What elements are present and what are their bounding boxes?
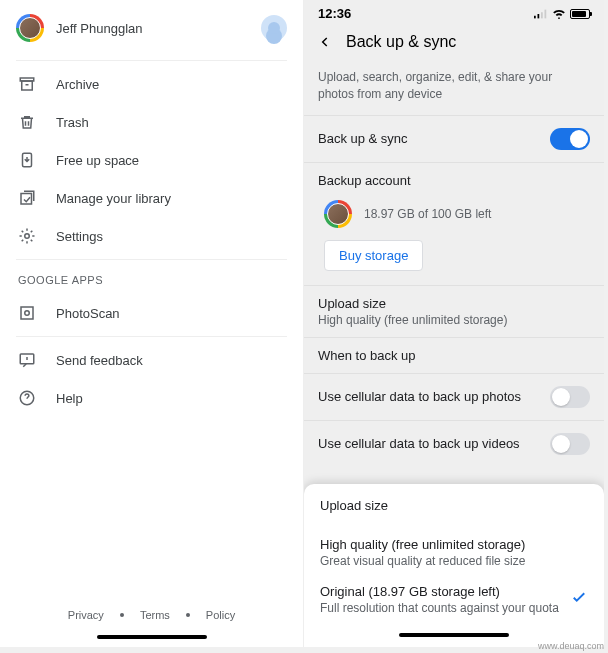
free-up-space-icon: [18, 151, 36, 169]
storage-text: 18.97 GB of 100 GB left: [364, 207, 491, 221]
svg-rect-11: [541, 12, 543, 18]
footer-terms[interactable]: Terms: [140, 609, 170, 621]
dot-icon: [186, 613, 190, 617]
backup-account-row[interactable]: 18.97 GB of 100 GB left: [318, 200, 590, 228]
menu-label: Help: [56, 391, 83, 406]
cellular-signal-icon: [534, 9, 548, 19]
backup-account-block: Backup account 18.97 GB of 100 GB left B…: [304, 162, 604, 285]
option-title: High quality (free unlimited storage): [320, 537, 588, 552]
menu-photoscan[interactable]: PhotoScan: [0, 294, 303, 332]
checkmark-icon: [570, 588, 588, 606]
menu-archive[interactable]: Archive: [0, 65, 303, 103]
menu-settings[interactable]: Settings: [0, 217, 303, 255]
sheet-option-high-quality[interactable]: High quality (free unlimited storage) Gr…: [320, 529, 588, 576]
menu-label: Manage your library: [56, 191, 171, 206]
svg-rect-12: [545, 9, 547, 18]
home-indicator[interactable]: [399, 633, 509, 637]
menu-send-feedback[interactable]: Send feedback: [0, 341, 303, 379]
row-backup-sync[interactable]: Back up & sync: [304, 115, 604, 162]
status-bar: 12:36: [304, 0, 604, 25]
row-when-to-back-up[interactable]: When to back up: [304, 337, 604, 373]
row-cellular-videos[interactable]: Use cellular data to back up videos: [304, 420, 604, 467]
wifi-icon: [552, 9, 566, 19]
menu-primary: Archive Trash Free up space Manage your …: [0, 65, 303, 255]
avatar: [324, 200, 352, 228]
status-time: 12:36: [318, 6, 351, 21]
settings-panel: 12:36 Back up & sync Upload, search, org…: [304, 0, 604, 647]
watermark: www.deuaq.com: [538, 641, 604, 651]
profile-row[interactable]: Jeff Phungglan: [0, 0, 303, 56]
menu-label: PhotoScan: [56, 306, 120, 321]
svg-rect-5: [21, 307, 33, 319]
footer-policy[interactable]: Policy: [206, 609, 235, 621]
setting-label: Use cellular data to back up videos: [318, 436, 520, 451]
option-title: Original (18.97 GB storage left): [320, 584, 560, 599]
battery-icon: [570, 9, 590, 19]
menu-label: Send feedback: [56, 353, 143, 368]
divider: [16, 60, 287, 61]
setting-label: When to back up: [318, 348, 590, 363]
section-label-google-apps: GOOGLE APPS: [0, 264, 303, 294]
setting-label: Upload size: [318, 296, 590, 311]
backup-account-label: Backup account: [318, 173, 590, 188]
option-subtitle: Great visual quality at reduced file siz…: [320, 554, 588, 568]
svg-rect-10: [538, 14, 540, 18]
dot-icon: [120, 613, 124, 617]
archive-icon: [18, 75, 36, 93]
manage-library-icon: [18, 189, 36, 207]
upload-size-sheet: Upload size High quality (free unlimited…: [304, 484, 604, 647]
drawer-panel: Jeff Phungglan Archive Trash Free up spa…: [0, 0, 304, 647]
footer-links: Privacy Terms Policy: [0, 591, 303, 635]
option-subtitle: Full resolution that counts against your…: [320, 601, 560, 615]
row-cellular-photos[interactable]: Use cellular data to back up photos: [304, 373, 604, 420]
photoscan-icon: [18, 304, 36, 322]
page-description: Upload, search, organize, edit, & share …: [304, 65, 604, 115]
feedback-icon: [18, 351, 36, 369]
setting-label: Use cellular data to back up photos: [318, 389, 521, 404]
help-icon: [18, 389, 36, 407]
menu-help[interactable]: Help: [0, 379, 303, 417]
toggle-cellular-videos[interactable]: [550, 433, 590, 455]
profile-name: Jeff Phungglan: [56, 21, 249, 36]
setting-label: Back up & sync: [318, 131, 408, 146]
svg-point-6: [25, 311, 30, 316]
menu-manage-library[interactable]: Manage your library: [0, 179, 303, 217]
gear-icon: [18, 227, 36, 245]
menu-google-apps: PhotoScan: [0, 294, 303, 332]
svg-rect-9: [534, 15, 536, 18]
setting-value: High quality (free unlimited storage): [318, 313, 590, 327]
trash-icon: [18, 113, 36, 131]
home-indicator[interactable]: [97, 635, 207, 639]
menu-label: Free up space: [56, 153, 139, 168]
switch-account-icon[interactable]: [261, 15, 287, 41]
menu-trash[interactable]: Trash: [0, 103, 303, 141]
page-title: Back up & sync: [346, 33, 456, 51]
sheet-option-original[interactable]: Original (18.97 GB storage left) Full re…: [320, 576, 588, 623]
menu-label: Trash: [56, 115, 89, 130]
buy-storage-button[interactable]: Buy storage: [324, 240, 423, 271]
menu-support: Send feedback Help: [0, 341, 303, 417]
toggle-cellular-photos[interactable]: [550, 386, 590, 408]
svg-point-4: [25, 234, 30, 239]
footer-privacy[interactable]: Privacy: [68, 609, 104, 621]
divider: [16, 336, 287, 337]
menu-label: Archive: [56, 77, 99, 92]
toggle-backup-sync[interactable]: [550, 128, 590, 150]
avatar: [16, 14, 44, 42]
sheet-title: Upload size: [320, 498, 588, 513]
row-upload-size[interactable]: Upload size High quality (free unlimited…: [304, 285, 604, 337]
nav-header: Back up & sync: [304, 25, 604, 65]
back-icon[interactable]: [318, 35, 332, 49]
menu-free-up-space[interactable]: Free up space: [0, 141, 303, 179]
menu-label: Settings: [56, 229, 103, 244]
divider: [16, 259, 287, 260]
